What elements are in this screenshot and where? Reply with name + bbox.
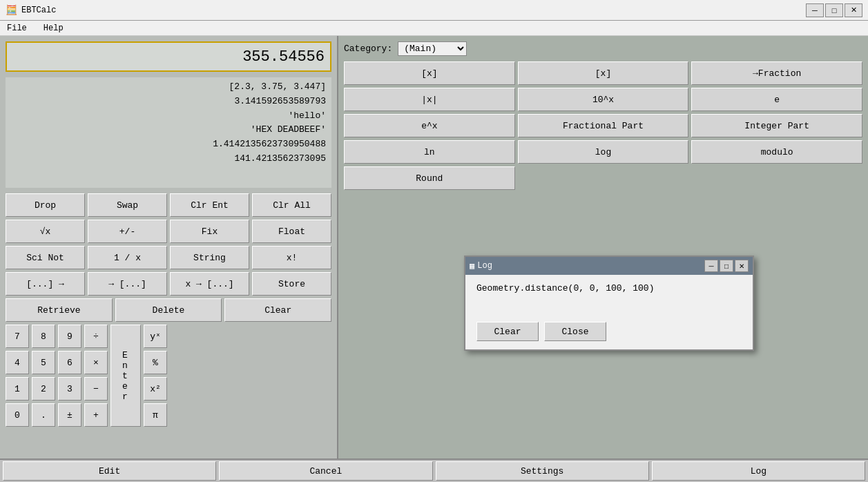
title-bar-left: 🧮 EBTCalc xyxy=(6,4,56,16)
digit-1[interactable]: 1 xyxy=(6,377,29,401)
sq-button[interactable]: x² xyxy=(144,377,167,401)
dialog-titlebar: ▦ Log ─ □ ✕ xyxy=(465,257,753,275)
ceil-button[interactable]: [x] xyxy=(518,61,689,85)
digit-mul[interactable]: × xyxy=(84,351,108,374)
digit-pm[interactable]: ± xyxy=(58,403,81,427)
dialog-close-button[interactable]: ✕ xyxy=(735,260,749,272)
category-select[interactable]: (Main) Geometry Statistics xyxy=(398,41,467,56)
app-title: EBTCalc xyxy=(21,6,56,15)
abs-button[interactable]: |x| xyxy=(344,88,515,111)
inv-button[interactable]: 1 / x xyxy=(88,246,167,269)
app-icon: 🧮 xyxy=(6,4,17,16)
x-to-arr-button[interactable]: x → [...] xyxy=(170,272,249,296)
round-button[interactable]: Round xyxy=(344,166,515,190)
clr-all-button[interactable]: Clr All xyxy=(252,193,331,217)
main-container: 355.54556 [2.3, 3.75, 3.447] 3.141592653… xyxy=(0,36,868,459)
dialog-maximize-button[interactable]: □ xyxy=(720,260,733,272)
digit-dot[interactable]: . xyxy=(32,403,55,427)
stack-line-2: 3.141592653589793 xyxy=(11,95,326,109)
log-content-text: Geometry.distance(0, 0, 100, 100) xyxy=(476,283,654,293)
digit-section: 7 8 9 ÷ E n t e r 4 5 6 × xyxy=(6,325,331,427)
menu-help[interactable]: Help xyxy=(39,22,68,35)
category-label: Category: xyxy=(344,44,392,54)
cancel-button[interactable]: Cancel xyxy=(219,461,432,481)
round-row: Round xyxy=(344,166,862,190)
float-button[interactable]: Float xyxy=(252,220,331,243)
func-grid: [x] [x] →Fraction |x| 10^x e e^x Fractio… xyxy=(344,61,862,164)
left-button-area: Drop Swap Clr Ent Clr All √x +/- Fix Flo… xyxy=(0,188,337,432)
digit-9[interactable]: 9 xyxy=(58,325,81,348)
title-bar: 🧮 EBTCalc ─ □ ✕ xyxy=(0,0,868,21)
maximize-button[interactable]: □ xyxy=(825,3,843,17)
title-bar-controls: ─ □ ✕ xyxy=(806,3,862,17)
stack-line-1: [2.3, 3.75, 3.447] xyxy=(11,80,326,95)
negate-button[interactable]: +/- xyxy=(88,220,167,243)
fraction-button[interactable]: →Fraction xyxy=(691,61,862,85)
log-button[interactable]: Log xyxy=(652,461,865,481)
digit-3[interactable]: 3 xyxy=(58,377,81,401)
yx-button[interactable]: yˣ xyxy=(144,325,167,348)
exp-button[interactable]: e^x xyxy=(344,114,515,137)
clear-left-button[interactable]: Clear xyxy=(224,298,331,322)
store-button[interactable]: Store xyxy=(252,272,331,296)
pow10-button[interactable]: 10^x xyxy=(518,88,689,111)
floor-button[interactable]: [x] xyxy=(344,61,515,85)
sqrt-button[interactable]: √x xyxy=(6,220,85,243)
settings-button[interactable]: Settings xyxy=(436,461,649,481)
stack-line-4: 'HEX DEADBEEF' xyxy=(11,123,326,137)
log-button[interactable]: log xyxy=(518,140,689,164)
edit-button[interactable]: Edit xyxy=(3,461,216,481)
right-panel: Category: (Main) Geometry Statistics [x]… xyxy=(338,36,868,459)
btn-row-5: Retrieve Delete Clear xyxy=(6,298,331,322)
digit-grid: 7 8 9 ÷ E n t e r 4 5 6 × xyxy=(6,325,141,427)
sci-not-button[interactable]: Sci Not xyxy=(6,246,85,269)
digit-5[interactable]: 5 xyxy=(32,351,55,374)
close-button[interactable]: ✕ xyxy=(845,3,862,17)
pi-button[interactable]: π xyxy=(144,403,167,427)
arr-to-button[interactable]: → [...] xyxy=(88,272,167,296)
dialog-icon: ▦ xyxy=(470,261,474,271)
enter-button[interactable]: E n t e r xyxy=(110,325,141,427)
menu-bar: File Help xyxy=(0,21,868,36)
digit-add[interactable]: + xyxy=(84,403,108,427)
dialog-titlebar-left: ▦ Log xyxy=(470,261,492,271)
percent-button[interactable]: % xyxy=(144,351,167,374)
stack-line-5: 1.4142135623730950488 xyxy=(11,137,326,152)
frac-part-button[interactable]: Fractional Part xyxy=(518,114,689,137)
menu-file[interactable]: File xyxy=(3,22,31,35)
dialog-title: Log xyxy=(477,261,492,271)
fix-button[interactable]: Fix xyxy=(170,220,249,243)
digit-2[interactable]: 2 xyxy=(32,377,55,401)
string-button[interactable]: String xyxy=(170,246,249,269)
retrieve-button[interactable]: Retrieve xyxy=(6,298,113,322)
e-button[interactable]: e xyxy=(691,88,862,111)
drop-button[interactable]: Drop xyxy=(6,193,85,217)
digit-div[interactable]: ÷ xyxy=(84,325,108,348)
dialog-clear-button[interactable]: Clear xyxy=(476,322,539,341)
empty-2 xyxy=(691,166,862,190)
stack-area: [2.3, 3.75, 3.447] 3.141592653589793 'he… xyxy=(6,77,331,188)
factorial-button[interactable]: x! xyxy=(252,246,331,269)
dialog-close-btn[interactable]: Close xyxy=(544,322,606,341)
modulo-button[interactable]: modulo xyxy=(691,140,862,164)
digit-sub[interactable]: − xyxy=(84,377,108,401)
left-panel: 355.54556 [2.3, 3.75, 3.447] 3.141592653… xyxy=(0,36,338,459)
clr-ent-button[interactable]: Clr Ent xyxy=(170,193,249,217)
int-part-button[interactable]: Integer Part xyxy=(691,114,862,137)
digit-4[interactable]: 4 xyxy=(6,351,29,374)
display-value: 355.54556 xyxy=(242,48,325,66)
digit-0[interactable]: 0 xyxy=(6,403,29,427)
digit-6[interactable]: 6 xyxy=(58,351,81,374)
digit-8[interactable]: 8 xyxy=(32,325,55,348)
delete-button[interactable]: Delete xyxy=(115,298,222,322)
arr-from-button[interactable]: [...] → xyxy=(6,272,85,296)
btn-row-2: √x +/- Fix Float xyxy=(6,220,331,243)
swap-button[interactable]: Swap xyxy=(88,193,167,217)
minimize-button[interactable]: ─ xyxy=(806,3,824,17)
dialog-content: Geometry.distance(0, 0, 100, 100) xyxy=(465,275,753,316)
dialog-titlebar-controls: ─ □ ✕ xyxy=(704,260,749,272)
dialog-minimize-button[interactable]: ─ xyxy=(704,260,718,272)
stack-line-6: 141.4213562373095 xyxy=(11,152,326,166)
ln-button[interactable]: ln xyxy=(344,140,515,164)
digit-7[interactable]: 7 xyxy=(6,325,29,348)
